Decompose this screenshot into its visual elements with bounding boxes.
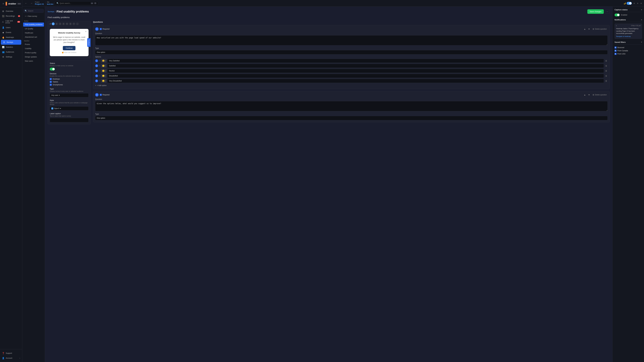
- add-option-button[interactable]: + + Add option: [95, 84, 106, 87]
- forward-button[interactable]: →: [30, 1, 34, 5]
- notifications-chevron[interactable]: ▾: [641, 19, 642, 21]
- sidebar-item-statistics[interactable]: 📊Statistics: [0, 45, 22, 49]
- q1-delete-button[interactable]: 🗑 Delete question: [592, 27, 608, 30]
- filter-usa[interactable]: ▶ From USA: [614, 52, 642, 55]
- sidebar-item-recordings[interactable]: ⬛Recordings2: [0, 14, 22, 18]
- sidebar-item-settings[interactable]: ⚙Settings: [0, 54, 22, 59]
- hamburger-button[interactable]: ≡: [2, 2, 4, 5]
- feedback-tab[interactable]: Feedback: [87, 38, 90, 47]
- status-toggle[interactable]: [50, 68, 55, 70]
- topbar-lines-btn3[interactable]: ≡: [640, 1, 642, 5]
- preview-continue-button[interactable]: Continue: [63, 46, 76, 50]
- survey-item-promo[interactable]: Promo: [23, 42, 44, 46]
- opt2-input[interactable]: [108, 64, 604, 68]
- style-dropdown[interactable]: Style 8 ▾: [50, 106, 88, 110]
- q1-move-down[interactable]: ▼: [587, 27, 591, 30]
- step-2[interactable]: 2: [55, 22, 58, 25]
- global-search[interactable]: 🔍 ▲ O: [55, 1, 98, 5]
- panel-search[interactable]: 🔍: [24, 9, 44, 13]
- site-name[interactable]: test.loc: [47, 3, 54, 5]
- survey-item-find-usability[interactable]: Find usability problems: [23, 22, 44, 26]
- opt5-emoji-btn[interactable]: 😠 ▾: [101, 79, 106, 83]
- back-button[interactable]: ←: [24, 1, 28, 5]
- opt1-drag-handle[interactable]: ⠿: [99, 60, 100, 62]
- topbar-lines-btn2[interactable]: ≡: [636, 1, 639, 5]
- sidebar-item-logs[interactable]: ⚠Logs and errors46: [0, 18, 22, 25]
- opt1-input[interactable]: [108, 59, 604, 63]
- sidebar-item-users[interactable]: 👤Users: [0, 25, 22, 30]
- save-changes-button[interactable]: Save changes: [587, 9, 604, 14]
- dark-mode-switch[interactable]: [626, 2, 632, 5]
- device-desktops[interactable]: ✓ Desktops: [50, 78, 88, 80]
- survey-item-usability[interactable]: Usability: [23, 46, 44, 50]
- device-smartphones[interactable]: ✓ Smartphones: [50, 84, 88, 86]
- survey-item-design-updates[interactable]: Design updates: [23, 55, 44, 59]
- opt2-emoji-btn[interactable]: 🙂 ▾: [101, 64, 106, 67]
- q2-required[interactable]: ✓ Required: [100, 94, 110, 96]
- opt5-delete[interactable]: 🗑: [605, 79, 608, 82]
- capture-toggle[interactable]: [614, 13, 620, 16]
- sidebar-item-events[interactable]: ◆Events: [0, 30, 22, 35]
- opt4-emoji-btn[interactable]: 😞 ▾: [101, 74, 106, 77]
- step-6[interactable]: 6: [69, 22, 72, 25]
- step-1[interactable]: 1: [52, 22, 54, 25]
- survey-item-abandoned-cart[interactable]: Abandoned cart: [23, 35, 44, 39]
- survey-item-new-users[interactable]: New users: [23, 59, 44, 63]
- q2-question-textarea[interactable]: Given the options below, what would you …: [95, 101, 608, 111]
- opt3-drag-handle[interactable]: ⠿: [99, 70, 100, 72]
- more-options-button[interactable]: ···: [605, 9, 610, 14]
- topbar-lines-btn1[interactable]: ≡: [633, 1, 635, 5]
- filter-canada[interactable]: ▶ From Canada: [614, 49, 642, 52]
- notif-close-button[interactable]: ×: [616, 25, 617, 27]
- q1-move-up[interactable]: ▲: [583, 27, 586, 30]
- step-5[interactable]: 5: [66, 22, 68, 25]
- filter-bounced[interactable]: ▶ Bounced: [614, 46, 642, 49]
- opt3-input[interactable]: [108, 69, 604, 73]
- opt4-drag-handle[interactable]: ⠿: [99, 75, 100, 77]
- opt1-emoji-btn[interactable]: 😄 ▾: [101, 59, 106, 62]
- type-setting: Type Display survey to any user or selec…: [50, 88, 88, 97]
- preview-close-button[interactable]: ×: [85, 30, 86, 33]
- project-name[interactable]: Project #1: [35, 3, 44, 5]
- q2-move-up[interactable]: ▲: [583, 93, 586, 96]
- label-caption-input[interactable]: [50, 118, 88, 122]
- device-tablets[interactable]: ✓ Tablets: [50, 81, 88, 83]
- new-survey-button[interactable]: + + New survey: [24, 14, 38, 18]
- survey-item-ux-quality[interactable]: UX Quality: [23, 27, 44, 31]
- q1-question-textarea[interactable]: How satisfied are you with the page load…: [95, 35, 608, 45]
- opt3-emoji-btn[interactable]: 😐 ▾: [101, 69, 106, 72]
- panel-search-input[interactable]: [28, 10, 45, 12]
- search-input[interactable]: [60, 2, 90, 4]
- opt5-input[interactable]: [108, 79, 604, 83]
- opt4-delete[interactable]: 🗑: [605, 74, 608, 77]
- opt4-input[interactable]: [108, 74, 604, 78]
- breadcrumb[interactable]: Surveys: [48, 10, 54, 13]
- opt1-delete[interactable]: 🗑: [605, 59, 608, 62]
- sidebar-item-surveys[interactable]: ☰Surveys: [1, 40, 21, 45]
- q1-required[interactable]: ✓ Required: [100, 28, 110, 30]
- q2-type-select[interactable]: One option: [95, 116, 608, 120]
- step-3[interactable]: 3: [59, 22, 62, 25]
- q1-type-select[interactable]: One option: [95, 50, 608, 54]
- dark-mode-toggle[interactable]: 🌙: [624, 2, 632, 5]
- q2-delete-button[interactable]: 🗑 Delete question: [592, 93, 608, 96]
- q2-move-down[interactable]: ▼: [587, 93, 591, 96]
- sidebar-item-audiences[interactable]: 👥Audiences: [0, 49, 22, 54]
- notif-link[interactable]: Navigate to heatmap: [616, 35, 640, 37]
- step-arrow[interactable]: →: [76, 22, 79, 25]
- survey-item-product-quality[interactable]: Product quality: [23, 51, 44, 55]
- step-7[interactable]: 7: [72, 22, 75, 25]
- capture-status-chevron[interactable]: ▾: [641, 9, 642, 11]
- survey-item-healthcare[interactable]: Healthcare: [23, 31, 44, 35]
- opt2-delete[interactable]: 🗑: [605, 64, 608, 67]
- sidebar-item-heatmaps[interactable]: 🔥Heatmaps: [0, 35, 22, 40]
- type-dropdown[interactable]: Any user ▾: [50, 93, 88, 97]
- sidebar-item-overview[interactable]: ⊞Overview: [0, 9, 22, 14]
- opt3-delete[interactable]: 🗑: [605, 69, 608, 72]
- sidebar-item-support[interactable]: ❓Support: [0, 351, 22, 356]
- saved-filters-chevron[interactable]: ▾: [641, 41, 642, 43]
- sidebar-item-account[interactable]: 👤Account›: [0, 356, 22, 361]
- step-4[interactable]: 4: [62, 22, 65, 25]
- opt2-drag-handle[interactable]: ⠿: [99, 65, 100, 67]
- opt5-drag-handle[interactable]: ⠿: [99, 80, 100, 82]
